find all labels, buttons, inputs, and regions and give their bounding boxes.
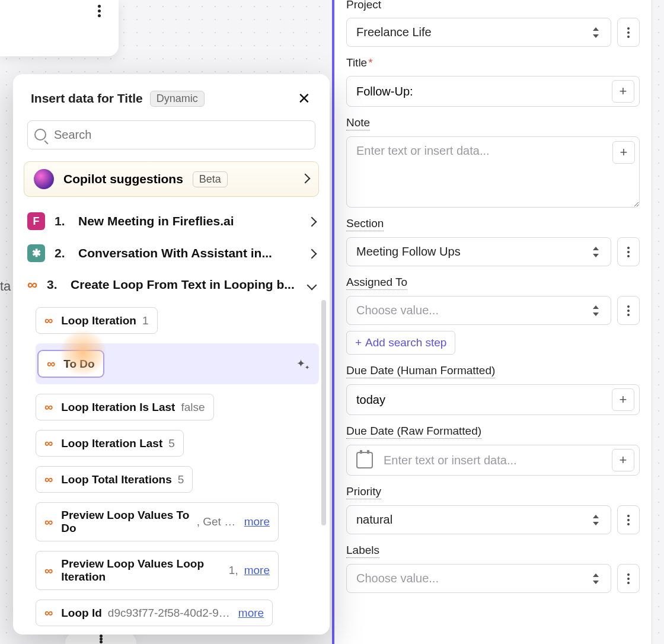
step-label: Conversation With Assistant in... — [78, 246, 299, 260]
labels-more-button[interactable] — [617, 564, 640, 593]
step-number: 3. — [47, 278, 61, 292]
title-insert-button[interactable] — [612, 80, 634, 103]
chatgpt-icon: ✱ — [27, 244, 45, 262]
section-select[interactable]: Meeting Follow Ups — [346, 237, 611, 266]
label-due-human: Due Date (Human Formatted) — [346, 364, 495, 378]
more-icon[interactable] — [98, 5, 101, 17]
step-2-row[interactable]: ✱ 2. Conversation With Assistant in... — [13, 237, 330, 269]
field-chip-loop-id[interactable]: ∞ Loop Id d9c93f77-2f58-40d2-9b7b-1 more — [36, 600, 273, 626]
label-priority: Priority — [346, 485, 381, 499]
priority-value: natural — [356, 513, 392, 527]
project-value: Freelance Life — [356, 25, 432, 39]
label-note: Note — [346, 116, 370, 130]
loop-icon: ∞ — [44, 564, 53, 578]
due-human-value: today — [356, 393, 606, 407]
more-link[interactable]: more — [244, 564, 270, 577]
assigned-more-button[interactable] — [617, 296, 640, 325]
priority-select[interactable]: natural — [346, 505, 611, 534]
loop-icon: ∞ — [44, 314, 53, 327]
loop-icon: ∞ — [44, 515, 53, 529]
title-value: Follow-Up: — [356, 85, 606, 98]
note-textarea[interactable]: Enter text or insert data... — [346, 136, 640, 208]
calendar-icon — [356, 452, 373, 468]
project-select[interactable]: Freelance Life — [346, 18, 611, 47]
data-picker-panel: Insert data for Title Dynamic ✕ Copilot … — [13, 74, 330, 635]
form-panel: Project Freelance Life Title* Follow-Up:… — [332, 0, 652, 644]
title-input[interactable]: Follow-Up: — [346, 76, 640, 107]
field-chip-preview-todo[interactable]: ∞ Preview Loop Values To Do , Get a co m… — [36, 502, 279, 541]
section-value: Meeting Follow Ups — [356, 245, 461, 259]
loop-icon: ∞ — [44, 436, 53, 450]
due-human-input[interactable]: today — [346, 384, 640, 415]
card-stub — [0, 0, 119, 56]
more-icon[interactable] — [100, 635, 103, 644]
priority-more-button[interactable] — [617, 505, 640, 534]
field-chip-selected-row: ∞ To Do — [36, 343, 319, 384]
search-icon — [34, 129, 46, 141]
step-3-row[interactable]: ∞ 3. Create Loop From Text in Looping b.… — [13, 269, 330, 300]
step-number: 1. — [55, 214, 69, 228]
step-1-row[interactable]: F 1. New Meeting in Fireflies.ai — [13, 205, 330, 237]
labels-placeholder: Choose value... — [356, 572, 439, 585]
loop-icon: ∞ — [44, 606, 53, 620]
updown-icon — [590, 572, 601, 585]
label-project: Project — [346, 0, 381, 12]
label-assigned: Assigned To — [346, 276, 407, 290]
step-number: 2. — [55, 246, 69, 260]
loop-icon: ∞ — [44, 473, 53, 486]
field-chip-is-last[interactable]: ∞ Loop Iteration Is Last false — [36, 394, 214, 420]
assigned-placeholder: Choose value... — [356, 304, 439, 317]
search-input[interactable] — [27, 120, 315, 149]
due-raw-insert-button[interactable] — [612, 449, 634, 471]
plus-icon: + — [355, 336, 362, 349]
dynamic-badge: Dynamic — [150, 91, 205, 107]
chevron-right-icon — [308, 246, 315, 260]
label-title: Title* — [346, 56, 373, 70]
due-raw-input[interactable]: Enter text or insert data... — [346, 445, 640, 476]
chevron-right-icon — [302, 174, 309, 184]
field-chip-to-do[interactable]: ∞ To Do — [38, 350, 104, 377]
beta-badge: Beta — [193, 171, 228, 187]
label-labels: Labels — [346, 544, 379, 558]
label-due-raw: Due Date (Raw Formatted) — [346, 425, 481, 439]
label-section: Section — [346, 217, 384, 231]
clipped-text: ta — [0, 279, 11, 294]
fields-list: ∞ Loop Iteration 1 ∞ To Do ∞ Loop Iterat… — [13, 300, 330, 635]
field-chip-preview-iteration[interactable]: ∞ Preview Loop Values Loop Iteration 1, … — [36, 551, 279, 590]
due-raw-placeholder: Enter text or insert data... — [384, 454, 606, 467]
step-label: New Meeting in Fireflies.ai — [78, 214, 299, 228]
due-human-insert-button[interactable] — [612, 388, 634, 411]
copilot-suggestions-row[interactable]: Copilot suggestions Beta — [24, 161, 319, 197]
scrollbar-thumb[interactable] — [321, 300, 326, 525]
project-more-button[interactable] — [617, 18, 640, 47]
field-chip-loop-iteration[interactable]: ∞ Loop Iteration 1 — [36, 307, 158, 334]
fireflies-icon: F — [27, 212, 45, 230]
note-insert-button[interactable] — [612, 141, 635, 164]
copilot-icon — [34, 169, 54, 189]
close-button[interactable]: ✕ — [294, 87, 314, 110]
note-placeholder: Enter text or insert data... — [356, 144, 490, 158]
chevron-down-icon — [308, 278, 315, 292]
add-search-step-button[interactable]: + Add search step — [346, 331, 455, 355]
assigned-select[interactable]: Choose value... — [346, 296, 611, 325]
chevron-right-icon — [308, 214, 315, 228]
sparkle-icon[interactable] — [296, 357, 311, 371]
section-more-button[interactable] — [617, 237, 640, 266]
field-chip-total-iterations[interactable]: ∞ Loop Total Iterations 5 — [36, 466, 193, 493]
updown-icon — [590, 26, 601, 39]
loop-icon: ∞ — [47, 357, 55, 371]
loop-icon: ∞ — [27, 276, 37, 293]
loop-icon: ∞ — [44, 400, 53, 414]
updown-icon — [590, 514, 601, 527]
updown-icon — [590, 246, 601, 259]
labels-select[interactable]: Choose value... — [346, 564, 611, 593]
copilot-label: Copilot suggestions — [63, 172, 183, 186]
field-chip-iteration-last[interactable]: ∞ Loop Iteration Last 5 — [36, 430, 184, 457]
step-label: Create Loop From Text in Looping b... — [71, 278, 299, 292]
more-link[interactable]: more — [244, 515, 270, 528]
more-link[interactable]: more — [238, 607, 264, 620]
updown-icon — [590, 304, 601, 317]
picker-title: Insert data for Title — [31, 91, 143, 106]
